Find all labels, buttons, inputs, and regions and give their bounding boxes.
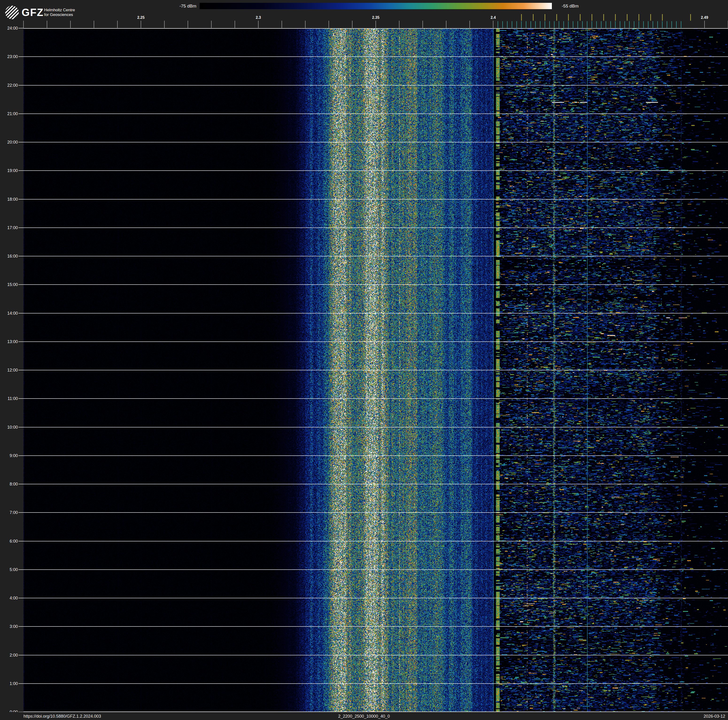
- time-axis-label: 1:00: [0, 681, 18, 686]
- bluetooth-channel-tick: [554, 21, 554, 28]
- logo-org-line2: for Geosciences: [44, 12, 73, 17]
- time-axis-tick: [18, 370, 23, 370]
- time-axis-label: 3:00: [0, 623, 18, 629]
- bluetooth-channel-tick: [667, 21, 667, 28]
- time-axis-tick: [18, 256, 23, 256]
- bluetooth-channel-tick: [610, 21, 611, 28]
- time-axis-tick: [18, 683, 23, 684]
- time-axis-tick: [18, 170, 23, 171]
- bluetooth-channel-tick: [544, 21, 545, 28]
- frequency-major-tick: [70, 21, 71, 28]
- date-label: 2026-03-12: [676, 714, 725, 719]
- frequency-major-tick: [281, 21, 282, 28]
- frequency-major-tick: [376, 21, 376, 28]
- bluetooth-channel-tick: [676, 21, 677, 28]
- bluetooth-channel-tick: [643, 21, 644, 28]
- bluetooth-channel-tick: [568, 21, 569, 28]
- frequency-major-tick: [211, 21, 212, 28]
- time-axis-label: 20:00: [0, 139, 18, 145]
- bluetooth-channel-tick: [516, 21, 517, 28]
- time-axis-label: 24:00: [0, 25, 18, 31]
- wifi-channel-tick: [568, 14, 569, 21]
- bluetooth-channel-tick: [559, 21, 559, 28]
- frequency-axis-label: 2.3: [249, 15, 268, 20]
- wifi-channel-tick: [639, 14, 639, 21]
- time-axis-tick: [18, 484, 23, 484]
- frequency-axis-label: 2.49: [695, 15, 714, 20]
- spectrogram-canvas: [23, 28, 728, 712]
- time-axis-label: 23:00: [0, 54, 18, 60]
- bluetooth-channel-tick: [596, 21, 597, 28]
- time-axis-label: 2:00: [0, 652, 18, 658]
- time-axis-tick: [18, 313, 23, 314]
- time-axis-label: 12:00: [0, 367, 18, 373]
- wifi-channel-tick: [556, 14, 557, 21]
- wifi-channel-tick: [662, 14, 663, 21]
- bluetooth-channel-tick: [578, 21, 578, 28]
- time-axis-label: 8:00: [0, 481, 18, 487]
- frequency-major-tick: [235, 21, 235, 28]
- bluetooth-channel-tick: [657, 21, 658, 28]
- frequency-major-tick: [446, 21, 447, 28]
- time-axis-label: 16:00: [0, 253, 18, 259]
- time-axis-tick: [18, 626, 23, 627]
- time-axis-label: 10:00: [0, 424, 18, 430]
- bluetooth-channel-tick: [512, 21, 512, 28]
- wifi-channel-tick: [592, 14, 592, 21]
- wifi-channel-tick: [603, 14, 604, 21]
- frequency-major-tick: [493, 21, 493, 28]
- bluetooth-channel-tick: [629, 21, 630, 28]
- bluetooth-channel-tick: [615, 21, 615, 28]
- time-axis-label: 13:00: [0, 339, 18, 345]
- frequency-major-tick: [47, 21, 47, 28]
- frequency-major-tick: [329, 21, 329, 28]
- frequency-axis-label: 2.25: [132, 15, 150, 20]
- frequency-major-tick: [188, 21, 188, 28]
- time-axis-tick: [18, 284, 23, 285]
- time-axis-tick: [18, 85, 23, 86]
- time-axis-label: 22:00: [0, 83, 18, 88]
- time-axis-tick: [18, 227, 23, 228]
- frequency-major-tick: [258, 21, 258, 28]
- bluetooth-channel-tick: [624, 21, 625, 28]
- frequency-major-tick: [117, 21, 118, 28]
- wifi-channel-tick: [544, 14, 545, 21]
- colorbar-gradient: [200, 3, 552, 9]
- bluetooth-channel-tick: [662, 21, 662, 28]
- time-axis-tick: [18, 427, 23, 427]
- bluetooth-channel-tick: [639, 21, 639, 28]
- time-axis-label: 15:00: [0, 282, 18, 287]
- bluetooth-channel-tick: [531, 21, 531, 28]
- colorbar-max-label: -55 dBm: [562, 3, 609, 9]
- time-axis-label: 21:00: [0, 111, 18, 116]
- time-axis-label: 11:00: [0, 396, 18, 401]
- time-axis-tick: [18, 655, 23, 656]
- bluetooth-channel-tick: [521, 21, 522, 28]
- frequency-axis-label: 2.4: [484, 15, 503, 20]
- gfz-logo-icon: [5, 6, 19, 19]
- wifi-channel-tick: [650, 14, 651, 21]
- frequency-axis-label: 2.35: [366, 15, 385, 20]
- time-axis-label: 14:00: [0, 310, 18, 316]
- time-axis-label: 4:00: [0, 595, 18, 601]
- frequency-major-tick: [164, 21, 165, 28]
- time-axis-tick: [18, 598, 23, 598]
- frequency-major-tick: [399, 21, 399, 28]
- logo-brand-text: GFZ: [21, 6, 44, 18]
- bluetooth-channel-tick: [648, 21, 648, 28]
- time-axis-tick: [18, 398, 23, 399]
- bluetooth-channel-tick: [507, 21, 508, 28]
- bluetooth-channel-tick: [582, 21, 583, 28]
- bluetooth-channel-tick: [502, 21, 503, 28]
- frequency-major-tick: [352, 21, 352, 28]
- bluetooth-channel-tick: [563, 21, 564, 28]
- time-axis-tick: [18, 142, 23, 142]
- bluetooth-channel-tick: [587, 21, 587, 28]
- time-axis-label: 6:00: [0, 538, 18, 544]
- dataset-name: 2_2200_2500_10000_40_0: [0, 714, 728, 719]
- frequency-major-tick: [94, 21, 94, 28]
- frequency-major-tick: [704, 21, 705, 28]
- bluetooth-channel-tick: [606, 21, 606, 28]
- frequency-major-tick: [305, 21, 306, 28]
- logo-org-text: Helmholtz Centre for Geosciences: [44, 8, 75, 17]
